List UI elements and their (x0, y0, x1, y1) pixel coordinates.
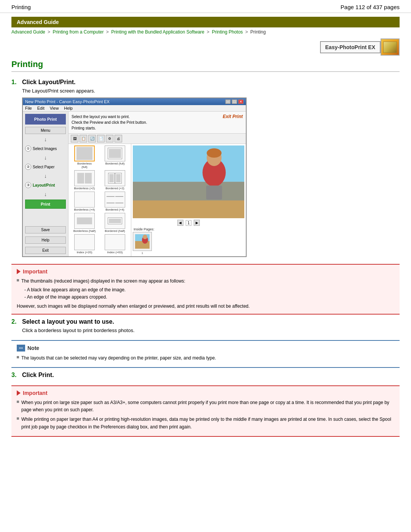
layout-item-index-63[interactable]: Index (×63) (100, 234, 129, 254)
note-label-1: Note (27, 345, 39, 351)
layout-thumb-borderless-2 (74, 170, 95, 186)
bullet-sq-2-1 (17, 401, 19, 403)
win-restore-btn[interactable]: □ (232, 99, 237, 104)
bullet-sq-2-2 (17, 417, 19, 420)
content-area: Printing 1. Click Layout/Print. The Layo… (0, 59, 411, 452)
important-sub-1: - A black line appears along an edge of … (24, 286, 394, 294)
svg-point-10 (143, 235, 147, 239)
toolbar-icon-4[interactable]: 📄 (97, 135, 105, 142)
product-icon (381, 38, 400, 56)
advanced-guide-label: Advanced Guide (17, 19, 59, 25)
layout-thumb-index-63 (105, 234, 125, 250)
layout-label-borderless-full: Borderless(full) (77, 162, 92, 169)
preview-nav: ◀ 1 ▶ (133, 220, 244, 226)
step-2: 2. Select a layout you want to use. Clic… (11, 318, 400, 333)
preview-next-btn[interactable]: ▶ (194, 220, 200, 226)
layout-item-borderless-2[interactable]: Borderless (×2) (70, 170, 99, 190)
sidebar-step-2: ② Select Paper (25, 163, 66, 171)
breadcrumb-advanced-guide[interactable]: Advanced Guide (11, 29, 45, 35)
product-banner: Easy-PhotoPrint EX (0, 38, 411, 59)
important-note-text: However, such images will be displayed n… (17, 303, 394, 310)
layout-bd4-4 (115, 203, 123, 203)
layout-item-bordered-2[interactable]: Bordered (×2) (100, 170, 129, 190)
layout-item-bordered-full[interactable]: Bordered (full) (100, 145, 129, 169)
sidebar-save-btn[interactable]: Save (25, 226, 66, 233)
menu-help[interactable]: Help (64, 106, 73, 110)
important-bullet-2-1: When you print on large size paper such … (17, 399, 394, 414)
product-name-label: Easy-PhotoPrint EX (320, 41, 381, 53)
product-icon-inner (383, 42, 397, 53)
win-minimize-btn[interactable]: ─ (225, 99, 231, 104)
layout-item-borderless-4[interactable]: Borderless (×4) (70, 192, 99, 211)
breadcrumb-sep-2: > (106, 29, 110, 35)
sidebar-arrow-4: ↓ (25, 191, 66, 197)
layout-item-borderless-half[interactable]: Borderless (half) (70, 213, 99, 233)
layout-full-shape (76, 147, 92, 160)
advanced-guide-bar: Advanced Guide (11, 17, 400, 27)
sidebar-arrow-3: ↓ (25, 173, 66, 179)
svg-rect-6 (206, 185, 222, 200)
layout-b2-l (108, 173, 115, 183)
sidebar-step-3-circle: ③ (25, 182, 31, 188)
important-triangle-1 (17, 269, 21, 274)
preview-photo-svg (133, 145, 244, 218)
toolbar-icon-2[interactable]: 📋 (80, 135, 87, 142)
toolbar-icon-1[interactable]: 🖼 (71, 135, 78, 142)
step-3-text: Click Print. (22, 372, 54, 379)
sidebar-menu-btn[interactable]: Menu (25, 127, 66, 134)
layout-label-bordered-2: Bordered (×2) (105, 187, 124, 190)
app-menubar: File Edit View Help (23, 105, 246, 112)
layout-item-borderless-full[interactable]: Borderless(full) (70, 145, 99, 169)
sidebar-step-1-circle: ① (25, 145, 31, 152)
sidebar-arrow-1: ↓ (25, 136, 66, 142)
important-sub-2: - An edge of the image appears cropped. (24, 294, 394, 301)
sidebar-exit-btn[interactable]: Exit (25, 247, 66, 254)
breadcrumb-sep-1: > (48, 29, 51, 35)
step-2-desc: Click a borderless layout to print borde… (22, 328, 400, 333)
toolbar-icon-6[interactable]: 🖨 (115, 135, 122, 142)
note-bullet-1: The layouts that can be selected may var… (17, 355, 394, 362)
toolbar-icon-5[interactable]: ⚙ (106, 135, 113, 142)
preview-prev-btn[interactable]: ◀ (177, 220, 183, 226)
breadcrumb-printing-from-computer[interactable]: Printing from a Computer (53, 29, 104, 35)
layout-thumb-bordered-half (105, 213, 125, 229)
breadcrumb: Advanced Guide > Printing from a Compute… (0, 27, 411, 38)
menu-edit[interactable]: Edit (37, 106, 45, 110)
note-text-1: The layouts that can be selected may var… (21, 355, 216, 362)
win-close-btn[interactable]: ✕ (238, 99, 244, 104)
layout-item-bordered-half[interactable]: Bordered (half) (100, 213, 129, 233)
layout-thumb-borderless-half (74, 213, 95, 229)
breadcrumb-printing-photos[interactable]: Printing Photos (212, 29, 243, 35)
important-header-2: Important (17, 390, 394, 396)
inside-thumb-1[interactable] (133, 232, 152, 251)
toolbar-icon-3[interactable]: 🔄 (88, 135, 96, 142)
important-bullet-1: The thumbnails (reduced images) displaye… (17, 278, 394, 285)
layout-label-bordered-half: Bordered (half) (105, 229, 125, 233)
note-bullet-sq-1 (17, 356, 19, 358)
sidebar-photo-print-label: Photo Print (25, 114, 66, 125)
sidebar-print-btn[interactable]: Print (25, 200, 66, 209)
layout-label-index-20: Index (×20) (77, 251, 92, 254)
breadcrumb-current: Printing (250, 29, 266, 35)
sidebar-step-1: ① Select Images (25, 145, 66, 152)
svg-rect-2 (133, 182, 244, 201)
breadcrumb-printing-bundled[interactable]: Printing with the Bundled Application So… (111, 29, 204, 35)
svg-point-5 (207, 149, 221, 158)
layout-label-index-63: Index (×63) (107, 251, 123, 254)
page-info: Page 112 of 437 pages (341, 4, 400, 10)
menu-view[interactable]: View (50, 106, 59, 110)
sidebar-step-2-label: Select Paper (33, 165, 54, 169)
preview-page-num: 1 (186, 220, 192, 226)
step-1: 1. Click Layout/Print. The Layout/Print … (11, 79, 400, 257)
layout-item-index-20[interactable]: Index (×20) (70, 234, 99, 254)
menu-file[interactable]: File (25, 106, 32, 110)
preview-image-container (133, 145, 244, 218)
step-1-number: 1. (11, 79, 19, 86)
sidebar-arrow-2: ↓ (25, 155, 66, 161)
inside-thumb-label-1: 1 (142, 251, 143, 255)
app-window: New Photo Print - Canon Easy-PhotoPrint … (22, 97, 247, 257)
sidebar-help-btn[interactable]: Help (25, 236, 66, 244)
layout-item-bordered-4[interactable]: Bordered (×4) (100, 192, 129, 211)
step-1-heading: 1. Click Layout/Print. (11, 79, 400, 86)
layout-label-bordered-4: Bordered (×4) (105, 208, 124, 211)
